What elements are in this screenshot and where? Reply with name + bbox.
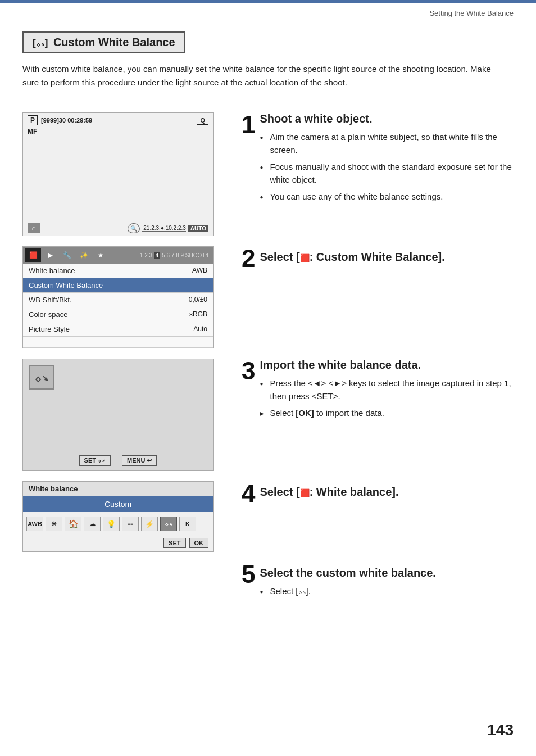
menu-custom-wb-label: Custom White Balance (29, 281, 103, 289)
wb-title-bar: White balance (23, 482, 213, 496)
step-5-bullets: Select [⬦↘]. (260, 585, 514, 598)
wb-icon-sun[interactable]: ☀ (46, 517, 62, 531)
wb-selected-label: Custom (23, 496, 213, 512)
import-bottom-bar: SET ⬦↙ MENU ↩ (23, 455, 213, 466)
step-3-bullets: Press the <◄> <►> keys to select the ima… (260, 377, 514, 420)
menu-tab-camera[interactable]: 🟥 (25, 248, 41, 262)
import-screen: ⬦↘ SET ⬦↙ MENU ↩ (22, 359, 214, 471)
step-3-content: 3 Import the white balance data. Press t… (242, 359, 514, 424)
step-1-bullet-3: You can use any of the white balance set… (260, 191, 514, 203)
import-icon: ⬦↘ (29, 365, 54, 390)
step-5-number: 5 (242, 562, 255, 587)
wb-icons-row: AWB ☀ 🏠 ☁ 💡 ≡≡ ⚡ ⬦↘ K (23, 512, 213, 536)
step-2-row: 🟥 ▶ 🔧 ✨ ★ 1 2 3 4 5 6 7 8 9 SHOOT4 White… (22, 246, 514, 348)
step-3-row: ⬦↘ SET ⬦↙ MENU ↩ 3 Import the white bala… (22, 359, 514, 471)
cam-q-icon: Q (197, 116, 208, 125)
wb-icon-awb[interactable]: AWB (26, 517, 43, 531)
step-4-row: White balance Custom AWB ☀ 🏠 ☁ 💡 ≡≡ ⚡ ⬦↘… (22, 481, 514, 552)
menu-row-picture-style: Picture Style Auto (23, 322, 213, 337)
wb-icon-shade[interactable]: 🏠 (65, 517, 81, 531)
menu-tab-palette[interactable]: ✨ (76, 248, 92, 262)
wb-ok-btn[interactable]: OK (189, 538, 209, 548)
cam-mf-label: MF (28, 128, 37, 135)
page-number: 143 (487, 721, 514, 739)
step-1-content: 1 Shoot a white object. Aim the camera a… (242, 112, 514, 208)
menu-picture-style-label: Picture Style (29, 325, 70, 333)
step-1-row: P [9999]30 00:29:59 Q MF ⌂ 🔍 '21.2.3.●.1… (22, 112, 514, 236)
menu-tab-star[interactable]: ★ (93, 248, 108, 262)
step-2-title: Select [🟥: Custom White Balance]. (260, 251, 514, 264)
menu-row-custom-wb[interactable]: Custom White Balance (23, 278, 213, 293)
menu-picture-style-value: Auto (193, 325, 207, 333)
menu-wb-label: White balance (29, 266, 75, 275)
wb-screen: White balance Custom AWB ☀ 🏠 ☁ 💡 ≡≡ ⚡ ⬦↘… (22, 481, 214, 552)
step-4-title: Select [🟥: White balance]. (260, 486, 514, 499)
section-title-text: Custom White Balance (53, 36, 175, 48)
wb-icon-kelvin[interactable]: K (179, 517, 196, 531)
menu-rows: White balance AWB Custom White Balance W… (23, 264, 213, 348)
page-header: Setting the White Balance (0, 3, 536, 20)
menu-tab-numbers: 1 2 3 4 5 6 7 8 9 SHOOT4 (140, 252, 211, 259)
wb-icon-flash[interactable]: ⚡ (141, 517, 158, 531)
step-3-title: Import the white balance data. (260, 359, 514, 372)
intro-paragraph: With custom white balance, you can manua… (22, 62, 506, 89)
menu-row-wb: White balance AWB (23, 264, 213, 278)
wb-icon-fluorescent[interactable]: ≡≡ (122, 517, 139, 531)
step-1-bullet-2: Focus manually and shoot with the standa… (260, 161, 514, 186)
menu-color-space-value: sRGB (189, 310, 207, 319)
step-1-image: P [9999]30 00:29:59 Q MF ⌂ 🔍 '21.2.3.●.1… (22, 112, 225, 236)
cam-date-bar: 🔍 '21.2.3.●.10.2:2:3 AUTO (128, 223, 208, 233)
section-title-box: [⬦↘] Custom White Balance (22, 31, 185, 53)
wb-icon-custom[interactable]: ⬦↘ (160, 517, 177, 531)
step-1-title: Shoot a white object. (260, 112, 514, 125)
cam-zoom-icon: 🔍 (128, 223, 140, 233)
menu-row-color-space: Color space sRGB (23, 307, 213, 322)
step-2-image: 🟥 ▶ 🔧 ✨ ★ 1 2 3 4 5 6 7 8 9 SHOOT4 White… (22, 246, 225, 348)
wb-icon-cloud[interactable]: ☁ (84, 517, 101, 531)
wb-icon-tungsten[interactable]: 💡 (103, 517, 120, 531)
menu-tab-wrench[interactable]: 🔧 (59, 248, 75, 262)
camera-viewfinder: P [9999]30 00:29:59 Q MF ⌂ 🔍 '21.2.3.●.1… (22, 112, 214, 236)
step-2-number: 2 (242, 246, 255, 271)
cam-home-icon: ⌂ (28, 223, 40, 233)
step-4-number: 4 (242, 481, 255, 506)
step-3-bullet-1: Press the <◄> <►> keys to select the ima… (260, 377, 514, 402)
step-3-image: ⬦↘ SET ⬦↙ MENU ↩ (22, 359, 225, 471)
cam-auto-badge: AUTO (188, 225, 208, 232)
step-4-content: 4 Select [🟥: White balance]. (242, 481, 514, 506)
menu-row-wb-shift: WB Shift/Bkt. 0,0/±0 (23, 293, 213, 307)
menu-color-space-label: Color space (29, 310, 67, 319)
step-3-bullet-2: Select [OK] to import the data. (260, 407, 514, 420)
menu-wb-shift-label: WB Shift/Bkt. (29, 296, 72, 304)
separator (22, 103, 514, 103)
step-1-bullets: Aim the camera at a plain white subject,… (260, 131, 514, 203)
menu-wb-value: AWB (192, 266, 207, 275)
step-4-image: White balance Custom AWB ☀ 🏠 ☁ 💡 ≡≡ ⚡ ⬦↘… (22, 481, 225, 552)
import-menu-btn[interactable]: MENU ↩ (122, 455, 157, 466)
step-5-row: 5 Select the custom white balance. Selec… (22, 562, 514, 603)
step-1-number: 1 (242, 112, 255, 137)
step-2-content: 2 Select [🟥: Custom White Balance]. (242, 246, 514, 271)
title-icon: [⬦↘] (33, 38, 48, 48)
step-1-bullet-1: Aim the camera at a plain white subject,… (260, 131, 514, 156)
menu-tab-play[interactable]: ▶ (42, 248, 58, 262)
cam-date: '21.2.3.●.10.2:2:3 (142, 225, 185, 232)
wb-set-btn[interactable]: SET (163, 538, 185, 548)
wb-set-ok-bar: SET OK (23, 536, 213, 551)
step-5-bullet-1: Select [⬦↘]. (260, 585, 514, 598)
menu-row-empty (23, 337, 213, 348)
menu-tabs-bar: 🟥 ▶ 🔧 ✨ ★ 1 2 3 4 5 6 7 8 9 SHOOT4 (23, 247, 213, 264)
step-5-content: 5 Select the custom white balance. Selec… (242, 562, 514, 603)
page-header-text: Setting the White Balance (429, 9, 514, 17)
menu-screen: 🟥 ▶ 🔧 ✨ ★ 1 2 3 4 5 6 7 8 9 SHOOT4 White… (22, 246, 214, 348)
menu-wb-shift-value: 0,0/±0 (189, 296, 207, 304)
step-5-title: Select the custom white balance. (260, 567, 514, 580)
import-set-btn[interactable]: SET ⬦↙ (79, 455, 111, 466)
step-3-number: 3 (242, 359, 255, 383)
cam-mode: [9999]30 00:29:59 (41, 117, 92, 124)
cam-p-badge: P (28, 115, 38, 125)
